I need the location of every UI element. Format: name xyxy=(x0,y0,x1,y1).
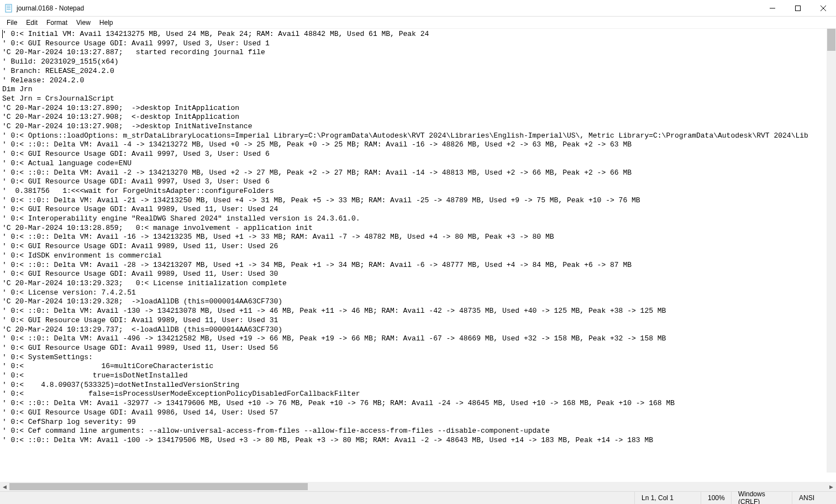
menu-view[interactable]: View xyxy=(72,18,95,28)
menu-file[interactable]: File xyxy=(2,18,22,28)
svg-rect-5 xyxy=(796,6,801,11)
text-editor[interactable]: ' 0:< Initial VM: Avail 134213275 MB, Us… xyxy=(0,29,836,482)
scroll-left-button[interactable]: ◀ xyxy=(0,482,9,491)
vertical-scrollbar[interactable] xyxy=(827,29,836,473)
text-caret xyxy=(2,30,3,38)
menu-edit[interactable]: Edit xyxy=(22,18,42,28)
close-button[interactable] xyxy=(811,0,836,16)
text-content[interactable]: ' 0:< Initial VM: Avail 134213275 MB, Us… xyxy=(0,29,836,447)
horizontal-scrollbar-track[interactable] xyxy=(9,482,827,491)
status-line-ending: Windows (CRLF) xyxy=(731,492,792,504)
status-cursor-position: Ln 1, Col 1 xyxy=(634,492,701,504)
editor-wrap: ' 0:< Initial VM: Avail 134213275 MB, Us… xyxy=(0,29,836,491)
vertical-scrollbar-thumb[interactable] xyxy=(827,29,835,51)
titlebar: journal.0168 - Notepad xyxy=(0,0,836,17)
minimize-button[interactable] xyxy=(760,0,785,16)
statusbar: Ln 1, Col 1 100% Windows (CRLF) ANSI xyxy=(0,491,836,504)
window-controls xyxy=(760,0,836,16)
menu-format[interactable]: Format xyxy=(42,18,72,28)
window-title: journal.0168 - Notepad xyxy=(17,4,84,12)
horizontal-scrollbar-thumb[interactable] xyxy=(9,483,308,490)
notepad-icon xyxy=(4,4,13,13)
status-encoding: ANSI xyxy=(792,492,836,504)
menu-help[interactable]: Help xyxy=(95,18,118,28)
scroll-right-button[interactable]: ▶ xyxy=(827,482,836,491)
status-zoom: 100% xyxy=(701,492,731,504)
maximize-button[interactable] xyxy=(785,0,811,16)
svg-rect-0 xyxy=(6,4,12,12)
menubar: File Edit Format View Help xyxy=(0,17,836,29)
horizontal-scrollbar[interactable]: ◀ ▶ xyxy=(0,482,836,491)
